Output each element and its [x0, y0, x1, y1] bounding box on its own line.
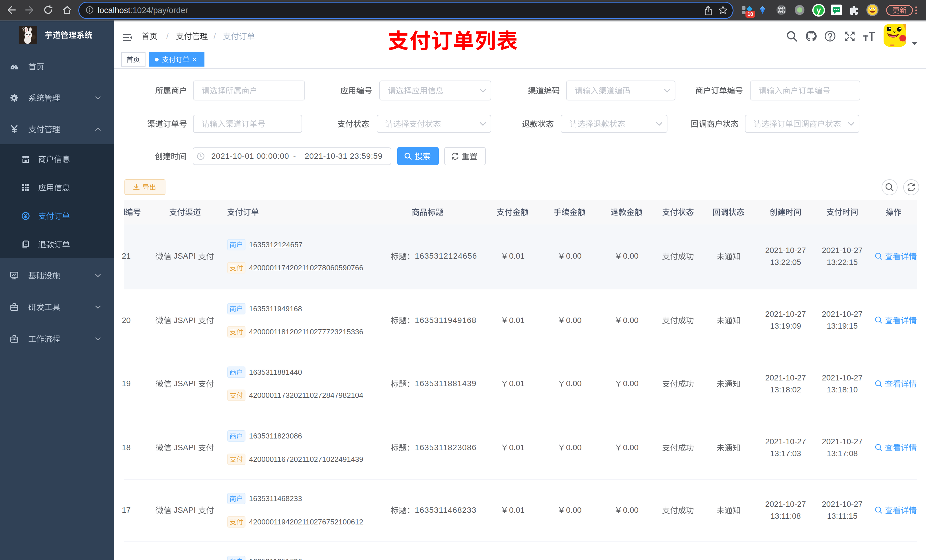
svg-text:y: y — [816, 6, 821, 15]
